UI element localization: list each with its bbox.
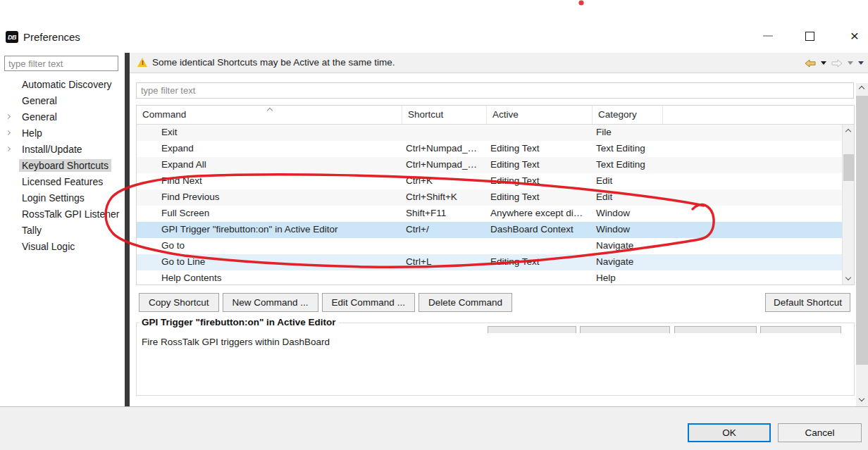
table-row[interactable]: Go to LineCtrl+LEditing TextNavigate bbox=[137, 254, 842, 270]
window-title: Preferences bbox=[23, 31, 80, 43]
cell-command: GPI Trigger "firebutton:on" in Active Ed… bbox=[137, 222, 402, 238]
cell-command: Full Screen bbox=[137, 206, 402, 222]
column-header-command[interactable]: Command bbox=[137, 106, 402, 124]
scroll-down-icon[interactable] bbox=[845, 275, 851, 280]
page-scroll-up-icon[interactable] bbox=[859, 86, 864, 92]
maximize-icon[interactable] bbox=[805, 32, 814, 41]
cell-shortcut bbox=[402, 125, 487, 141]
cutoff-button-stub[interactable] bbox=[674, 326, 757, 333]
titlebar: DB Preferences × bbox=[0, 0, 868, 53]
column-header-category[interactable]: Category bbox=[593, 106, 663, 124]
sidebar-item-label: Tally bbox=[19, 224, 44, 237]
sidebar-item-keyboard-shortcuts[interactable]: Keyboard Shortcuts bbox=[0, 157, 125, 173]
sidebar-item-label: Automatic Discovery bbox=[19, 78, 115, 91]
cell-shortcut: Ctrl+Numpad_… bbox=[402, 141, 487, 157]
sidebar-item-label: Help bbox=[19, 127, 45, 139]
table-row[interactable]: Full ScreenShift+F11Anywhere except di…W… bbox=[137, 206, 842, 222]
column-header-active[interactable]: Active bbox=[487, 106, 593, 124]
command-description-group: GPI Trigger "firebutton:on" in Active Ed… bbox=[136, 323, 855, 396]
table-scrollbar-thumb[interactable] bbox=[843, 154, 854, 181]
sidebar-item-label: Visual Logic bbox=[19, 240, 78, 253]
table-row[interactable]: GPI Trigger "firebutton:on" in Active Ed… bbox=[137, 222, 842, 238]
forward-arrow-icon[interactable] bbox=[831, 59, 843, 68]
sidebar-item-licensed-features[interactable]: Licensed Features bbox=[0, 173, 125, 189]
table-row[interactable]: ExpandCtrl+Numpad_…Editing TextText Edit… bbox=[137, 141, 842, 157]
sidebar-item-label: Login Settings bbox=[19, 192, 87, 204]
history-nav bbox=[805, 57, 864, 69]
banner-message: Some identical Shortcuts may be Active a… bbox=[152, 57, 395, 68]
scroll-up-icon[interactable] bbox=[845, 129, 851, 135]
forward-history-dropdown-icon[interactable] bbox=[848, 61, 853, 65]
chevron-right-icon[interactable] bbox=[6, 114, 11, 119]
shortcut-table: Command Shortcut Active Category ExitFil… bbox=[136, 105, 855, 285]
sidebar-item-general[interactable]: General bbox=[0, 92, 125, 108]
sidebar-filter-input[interactable] bbox=[4, 56, 118, 71]
table-scrollbar[interactable] bbox=[842, 125, 854, 285]
back-history-dropdown-icon[interactable] bbox=[821, 61, 826, 65]
cell-shortcut: Ctrl+Shift+K bbox=[402, 189, 487, 206]
page-scroll-down-icon[interactable] bbox=[859, 396, 864, 401]
sidebar-item-help[interactable]: Help bbox=[0, 125, 125, 141]
minimize-icon[interactable] bbox=[763, 35, 773, 37]
sidebar-item-rosstalk-gpi-listener[interactable]: RossTalk GPI Listener bbox=[0, 206, 125, 222]
cell-command: Expand bbox=[137, 141, 402, 157]
ok-button[interactable]: OK bbox=[688, 423, 771, 442]
cell-command: Go to bbox=[137, 238, 402, 254]
table-row[interactable]: Help ContentsHelp bbox=[137, 270, 842, 285]
back-arrow-icon[interactable] bbox=[805, 59, 816, 68]
sidebar-item-tally[interactable]: Tally bbox=[0, 222, 125, 238]
table-row[interactable]: Find PreviousCtrl+Shift+KEditing TextEdi… bbox=[137, 189, 842, 206]
cell-command: Exit bbox=[137, 125, 402, 141]
sidebar-item-label: Keyboard Shortcuts bbox=[19, 159, 111, 172]
table-row[interactable]: Find NextCtrl+KEditing TextEdit bbox=[137, 173, 842, 189]
cell-active bbox=[487, 125, 593, 141]
cutoff-button-stub[interactable] bbox=[580, 326, 670, 333]
action-buttons: Copy ShortcutNew Command ...Edit Command… bbox=[139, 293, 512, 312]
cell-active: Editing Text bbox=[487, 254, 593, 270]
sidebar-item-login-settings[interactable]: Login Settings bbox=[0, 189, 125, 206]
cell-category: Edit bbox=[593, 189, 663, 206]
view-menu-dropdown-icon[interactable] bbox=[858, 61, 864, 65]
command-description-text: Fire RossTalk GPI triggers within DashBo… bbox=[142, 337, 330, 347]
default-shortcut-button[interactable]: Default Shortcut bbox=[765, 293, 850, 312]
command-description-title: GPI Trigger "firebutton:on" in Active Ed… bbox=[139, 317, 339, 327]
new-command-button[interactable]: New Command ... bbox=[223, 293, 318, 312]
chevron-right-icon[interactable] bbox=[6, 130, 11, 135]
sidebar-item-visual-logic[interactable]: Visual Logic bbox=[0, 238, 125, 254]
copy-shortcut-button[interactable]: Copy Shortcut bbox=[139, 293, 219, 312]
sidebar-divider[interactable] bbox=[125, 53, 130, 406]
cell-active bbox=[487, 238, 593, 254]
cutoff-button-stub[interactable] bbox=[488, 326, 576, 333]
cutoff-button-stub[interactable] bbox=[760, 326, 841, 333]
edit-command-button[interactable]: Edit Command ... bbox=[322, 293, 415, 312]
cell-shortcut bbox=[402, 238, 487, 254]
sidebar-item-general[interactable]: General bbox=[0, 108, 125, 125]
page-scrollbar[interactable] bbox=[856, 83, 868, 406]
cell-category: Edit bbox=[593, 173, 663, 189]
column-header-filler bbox=[663, 106, 854, 124]
keyboard-shortcuts-page: Command Shortcut Active Category ExitFil… bbox=[130, 73, 868, 406]
shortcut-filter-input[interactable] bbox=[136, 82, 854, 99]
sidebar-tree: Automatic DiscoveryGeneralGeneralHelpIns… bbox=[0, 76, 125, 254]
table-row[interactable]: Expand AllCtrl+Numpad_…Editing TextText … bbox=[137, 157, 842, 173]
cell-category: File bbox=[593, 125, 663, 141]
dashboard-app-icon: DB bbox=[6, 31, 18, 43]
sidebar-item-install-update[interactable]: Install/Update bbox=[0, 141, 125, 157]
sidebar-item-label: RossTalk GPI Listener bbox=[19, 208, 123, 220]
cell-category: Text Editing bbox=[593, 141, 663, 157]
cancel-button[interactable]: Cancel bbox=[778, 423, 862, 442]
sidebar-item-automatic-discovery[interactable]: Automatic Discovery bbox=[0, 76, 125, 92]
close-icon[interactable]: × bbox=[846, 27, 863, 45]
cell-shortcut bbox=[402, 270, 487, 285]
delete-command-button[interactable]: Delete Command bbox=[418, 293, 512, 312]
column-header-shortcut[interactable]: Shortcut bbox=[402, 106, 487, 124]
cell-shortcut: Ctrl+Numpad_… bbox=[402, 157, 487, 173]
table-row[interactable]: Go toNavigate bbox=[137, 238, 842, 254]
table-row[interactable]: ExitFile bbox=[137, 125, 842, 141]
cell-shortcut: Ctrl+L bbox=[402, 254, 487, 270]
cell-active: Editing Text bbox=[487, 157, 593, 173]
chevron-right-icon[interactable] bbox=[6, 146, 11, 151]
page-scrollbar-thumb[interactable] bbox=[856, 96, 868, 365]
cell-category: Help bbox=[593, 270, 663, 285]
cell-active: Anywhere except di… bbox=[487, 206, 593, 222]
